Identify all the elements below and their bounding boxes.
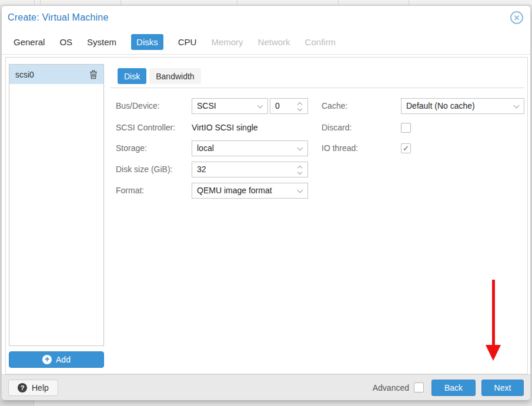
chevron-down-icon [514,103,520,109]
help-icon: ? [18,383,27,392]
tab-disk[interactable]: Disk [118,68,146,84]
disk-size-label: Disk size (GiB): [116,162,172,177]
plus-circle-icon: + [42,355,52,364]
io-thread-checkbox[interactable]: ✓ [401,143,411,153]
cache-value: Default (No cache) [406,101,475,110]
bus-device-select[interactable]: SCSI [192,98,268,114]
disk-list-item-scsi0[interactable]: scsi0 [9,65,103,84]
bus-device-number: 0 [275,101,280,110]
chevron-down-icon [297,170,302,175]
tab-network: Network [258,34,290,50]
tab-disks[interactable]: Disks [131,34,163,50]
disk-list: scsi0 [9,64,104,346]
tab-system[interactable]: System [87,34,116,50]
trash-icon[interactable] [89,70,98,79]
tab-memory: Memory [211,34,243,50]
chevron-down-icon [297,187,303,193]
chevron-down-icon [297,106,302,111]
spinner-icons[interactable] [297,165,303,175]
arrow-head [486,345,501,361]
create-vm-dialog: Create: Virtual Machine ✕ General OS Sys… [1,5,531,400]
chevron-down-icon [297,145,303,151]
tab-row-divider [2,54,530,55]
discard-checkbox[interactable] [401,123,411,133]
discard-label: Discard: [322,120,352,136]
scsi-controller-value: VirtIO SCSI single [192,120,258,136]
tab-os[interactable]: OS [59,34,72,50]
add-button-label: Add [56,355,71,364]
disk-panel-divider [110,88,524,88]
scsi-controller-label: SCSI Controller: [116,120,175,136]
dialog-footer: ? Help Advanced Back Next [2,374,530,400]
screen: Create: Virtual Machine ✕ General OS Sys… [0,0,532,406]
advanced-label: Advanced [373,383,409,392]
wizard-tab-bar: General OS System Disks CPU Memory Netwo… [14,32,336,51]
next-button[interactable]: Next [481,380,524,396]
advanced-checkbox[interactable] [414,382,424,392]
bus-device-number-stepper[interactable]: 0 [270,98,308,114]
cache-label: Cache: [322,98,347,114]
storage-label: Storage: [116,140,147,156]
red-arrow-annotation [486,280,501,361]
background-tab-divider [237,0,237,5]
add-disk-button[interactable]: + Add [9,351,104,368]
tab-general[interactable]: General [14,34,45,50]
background-page-strip-bottom [0,400,532,406]
check-icon: ✓ [403,145,409,152]
spinner-icons[interactable] [297,102,303,111]
format-select[interactable]: QEMU image format [192,183,308,199]
format-value: QEMU image format [197,186,272,195]
storage-select[interactable]: local [192,140,308,156]
help-button[interactable]: ? Help [8,380,58,396]
format-label: Format: [116,183,144,199]
disk-size-value: 32 [197,165,206,174]
background-tab-divider [409,0,409,5]
background-tab-divider [40,0,41,5]
close-icon[interactable]: ✕ [510,11,523,24]
storage-value: local [197,143,214,153]
back-button[interactable]: Back [431,380,476,396]
background-page-strip-top [0,0,532,5]
tab-cpu[interactable]: CPU [178,34,197,50]
background-sidebar-sliver [0,400,34,406]
tab-confirm: Confirm [305,34,336,50]
chevron-down-icon [257,103,263,109]
tab-bandwidth[interactable]: Bandwidth [149,68,200,84]
disk-size-stepper[interactable]: 32 [192,162,308,177]
background-tab-divider [34,0,35,5]
background-tab-divider [121,0,121,5]
dialog-title: Create: Virtual Machine [8,12,109,23]
help-button-label: Help [32,383,49,392]
io-thread-label: IO thread: [322,140,358,156]
disk-panel-tab-bar: Disk Bandwidth [118,68,201,84]
arrow-shaft [492,280,495,346]
bus-device-label: Bus/Device: [116,98,160,114]
background-tab-divider [338,0,339,5]
cache-select[interactable]: Default (No cache) [401,98,524,114]
bus-device-value: SCSI [197,101,216,110]
disk-item-label: scsi0 [15,70,34,79]
